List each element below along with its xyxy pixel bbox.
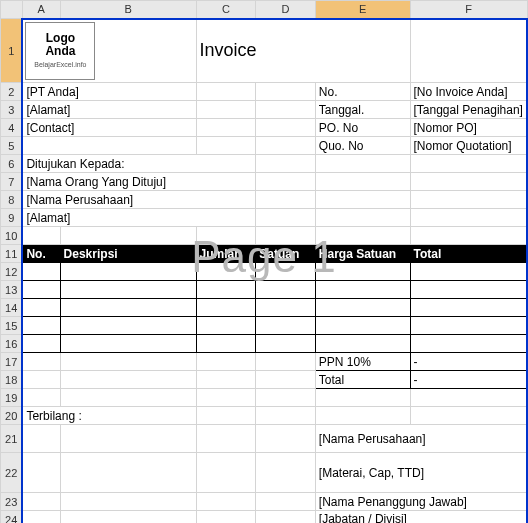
logo-subtext: BelajarExcel.info bbox=[34, 61, 86, 69]
row-5[interactable]: 5 bbox=[1, 137, 23, 155]
th-desc: Deskripsi bbox=[60, 245, 196, 263]
col-C[interactable]: C bbox=[196, 1, 256, 19]
sign-company[interactable]: [Nama Perusahaan] bbox=[315, 425, 527, 453]
sign-stamp[interactable]: [Materai, Cap, TTD] bbox=[315, 453, 527, 493]
ppn-value[interactable]: - bbox=[410, 353, 527, 371]
row-21[interactable]: 21 bbox=[1, 425, 23, 453]
sign-title[interactable]: [Jabatan / Divisi] bbox=[315, 511, 527, 524]
row-8[interactable]: 8 bbox=[1, 191, 23, 209]
th-price: Harga Satuan bbox=[315, 245, 410, 263]
row-4[interactable]: 4 bbox=[1, 119, 23, 137]
meta-no-label[interactable]: No. bbox=[315, 83, 410, 101]
cell-c2[interactable] bbox=[196, 83, 256, 101]
th-qty: Jumlah bbox=[196, 245, 256, 263]
row-1[interactable]: 1 bbox=[1, 19, 23, 83]
sender-company[interactable]: [PT Anda] bbox=[22, 83, 196, 101]
row-16[interactable]: 16 bbox=[1, 335, 23, 353]
meta-po-value[interactable]: [Nomor PO] bbox=[410, 119, 527, 137]
meta-date-value[interactable]: [Tanggal Penagihan] bbox=[410, 101, 527, 119]
row-7[interactable]: 7 bbox=[1, 173, 23, 191]
row-12[interactable]: 12 bbox=[1, 263, 23, 281]
col-E[interactable]: E bbox=[315, 1, 410, 19]
row-23[interactable]: 23 bbox=[1, 493, 23, 511]
th-total: Total bbox=[410, 245, 527, 263]
row-19[interactable]: 19 bbox=[1, 389, 23, 407]
meta-quo-label[interactable]: Quo. No bbox=[315, 137, 410, 155]
th-unit: Satuan bbox=[256, 245, 316, 263]
logo-text-2: Anda bbox=[45, 45, 75, 58]
col-D[interactable]: D bbox=[256, 1, 316, 19]
table-row[interactable]: 14 bbox=[1, 299, 528, 317]
table-row[interactable]: 13 bbox=[1, 281, 528, 299]
row-14[interactable]: 14 bbox=[1, 299, 23, 317]
sender-contact[interactable]: [Contact] bbox=[22, 119, 196, 137]
row-15[interactable]: 15 bbox=[1, 317, 23, 335]
sender-address[interactable]: [Alamat] bbox=[22, 101, 196, 119]
row-24[interactable]: 24 bbox=[1, 511, 23, 524]
table-row[interactable]: 15 bbox=[1, 317, 528, 335]
table-row[interactable]: 12 bbox=[1, 263, 528, 281]
row-18[interactable]: 18 bbox=[1, 371, 23, 389]
recipient-company[interactable]: [Nama Perusahaan] bbox=[22, 191, 255, 209]
row-10[interactable]: 10 bbox=[1, 227, 23, 245]
row-22[interactable]: 22 bbox=[1, 453, 23, 493]
meta-date-label[interactable]: Tanggal. bbox=[315, 101, 410, 119]
meta-po-label[interactable]: PO. No bbox=[315, 119, 410, 137]
logo-placeholder: Logo Anda BelajarExcel.info bbox=[25, 22, 95, 80]
select-all-corner[interactable] bbox=[1, 1, 23, 19]
spreadsheet-grid[interactable]: A B C D E F 1 Logo Anda BelajarExcel.inf… bbox=[0, 0, 528, 523]
cell-d2[interactable] bbox=[256, 83, 316, 101]
row-20[interactable]: 20 bbox=[1, 407, 23, 425]
total-label[interactable]: Total bbox=[315, 371, 410, 389]
row-2[interactable]: 2 bbox=[1, 83, 23, 101]
row-17[interactable]: 17 bbox=[1, 353, 23, 371]
row-3[interactable]: 3 bbox=[1, 101, 23, 119]
column-headers[interactable]: A B C D E F bbox=[1, 1, 528, 19]
row-9[interactable]: 9 bbox=[1, 209, 23, 227]
table-header-row: 11 No. Deskripsi Jumlah Satuan Harga Sat… bbox=[1, 245, 528, 263]
col-B[interactable]: B bbox=[60, 1, 196, 19]
col-A[interactable]: A bbox=[22, 1, 60, 19]
row-13[interactable]: 13 bbox=[1, 281, 23, 299]
recipient-address[interactable]: [Alamat] bbox=[22, 209, 255, 227]
meta-quo-value[interactable]: [Nomor Quotation] bbox=[410, 137, 527, 155]
recipient-heading[interactable]: Ditujukan Kepada: bbox=[22, 155, 255, 173]
terbilang-label[interactable]: Terbilang : bbox=[22, 407, 196, 425]
sign-name[interactable]: [Nama Penanggung Jawab] bbox=[315, 493, 527, 511]
invoice-title: Invoice bbox=[196, 19, 410, 83]
cell-f1[interactable] bbox=[410, 19, 527, 83]
col-F[interactable]: F bbox=[410, 1, 527, 19]
row-6[interactable]: 6 bbox=[1, 155, 23, 173]
total-value[interactable]: - bbox=[410, 371, 527, 389]
ppn-label[interactable]: PPN 10% bbox=[315, 353, 410, 371]
table-row[interactable]: 16 bbox=[1, 335, 528, 353]
recipient-person[interactable]: [Nama Orang Yang Dituju] bbox=[22, 173, 255, 191]
meta-no-value[interactable]: [No Invoice Anda] bbox=[410, 83, 527, 101]
row-11[interactable]: 11 bbox=[1, 245, 23, 263]
th-no: No. bbox=[22, 245, 60, 263]
